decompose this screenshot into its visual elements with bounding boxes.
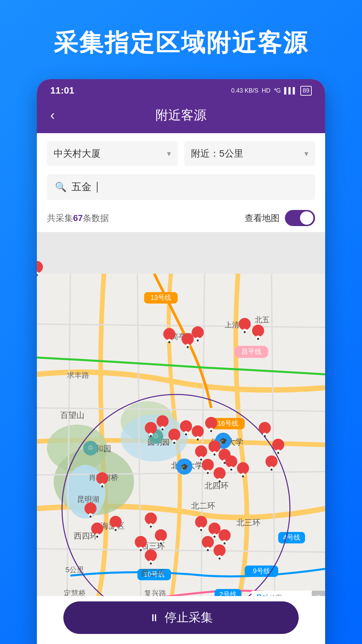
app-header: ‹ 附近客源	[37, 100, 325, 133]
svg-point-156	[202, 536, 214, 548]
svg-point-114	[272, 439, 284, 451]
svg-point-68	[244, 331, 246, 333]
svg-text:北四环: 北四环	[204, 481, 229, 490]
location-chevron-icon: ▾	[167, 149, 171, 158]
nearby-chevron-icon: ▾	[304, 149, 308, 158]
svg-point-153	[219, 529, 231, 541]
battery-indicator: 89	[300, 86, 312, 96]
svg-point-83	[185, 433, 187, 435]
speed-indicator: 0.43 KB/S	[231, 87, 258, 94]
svg-text:♲: ♲	[87, 444, 94, 451]
map-container[interactable]: 13号线 16号线 10号线 9号线 4号线 2号线 昌平线 求丰路 百望山 颐…	[37, 232, 325, 644]
svg-text:西三环: 西三环	[141, 568, 165, 577]
status-icons: 0.43 KB/S HD ⁴G ▌▌▌ 89	[231, 86, 312, 96]
svg-point-104	[219, 480, 221, 482]
main-content: 中关村大厦 ▾ 附近：5公里 ▾ 🔍 五金 共采集67条数据 查看地图	[37, 133, 325, 644]
stop-collect-button[interactable]: ⏸ 停止采集	[63, 601, 299, 634]
page-title: 采集指定区域附近客源	[40, 0, 322, 79]
svg-text:北三环: 北三环	[236, 518, 260, 527]
svg-point-152	[214, 536, 216, 538]
svg-point-57	[163, 328, 175, 340]
svg-point-140	[160, 542, 162, 544]
svg-point-155	[224, 542, 226, 544]
location-filter[interactable]: 中关村大厦 ▾	[47, 141, 178, 166]
svg-text:北五: 北五	[255, 316, 269, 324]
svg-text:16号线: 16号线	[218, 420, 238, 427]
svg-point-134	[115, 529, 117, 531]
map-svg: 13号线 16号线 10号线 9号线 4号线 2号线 昌平线 求丰路 百望山 颐…	[37, 232, 325, 644]
svg-point-132	[110, 516, 122, 528]
svg-point-129	[91, 523, 103, 535]
svg-point-131	[96, 536, 98, 538]
svg-point-84	[192, 425, 204, 437]
svg-point-80	[173, 442, 175, 444]
svg-point-117	[265, 455, 278, 468]
svg-point-144	[145, 549, 157, 561]
svg-text:9号线: 9号线	[253, 567, 270, 575]
svg-point-141	[135, 536, 147, 548]
nearby-filter[interactable]: 附近：5公里 ▾	[184, 141, 315, 166]
svg-point-63	[192, 326, 204, 338]
svg-text:🎓: 🎓	[219, 437, 228, 445]
svg-point-150	[208, 523, 221, 535]
svg-point-116	[277, 452, 279, 454]
svg-point-107	[230, 469, 232, 471]
svg-point-89	[210, 430, 212, 432]
svg-point-122	[101, 485, 103, 487]
toggle-knob	[300, 211, 313, 225]
svg-point-126	[84, 502, 97, 515]
svg-point-108	[237, 462, 249, 474]
text-cursor	[97, 182, 98, 193]
svg-point-135	[145, 513, 157, 525]
svg-point-75	[157, 415, 169, 427]
svg-point-87	[205, 417, 217, 429]
svg-text:13号线: 13号线	[150, 294, 171, 301]
svg-point-120	[96, 472, 108, 484]
svg-point-93	[208, 440, 221, 452]
svg-point-92	[200, 459, 202, 461]
svg-text:🎓: 🎓	[180, 463, 189, 471]
svg-point-158	[207, 549, 209, 551]
svg-point-105	[225, 455, 237, 468]
map-toggle-area: 查看地图	[245, 210, 315, 226]
svg-point-111	[259, 422, 271, 434]
svg-text:♲: ♲	[153, 432, 159, 440]
svg-point-62	[187, 346, 189, 348]
svg-text:昌平线: 昌平线	[241, 348, 261, 355]
svg-point-128	[89, 516, 92, 518]
svg-point-159	[214, 544, 226, 556]
svg-point-143	[140, 549, 142, 551]
svg-point-95	[214, 453, 216, 455]
svg-point-59	[168, 341, 170, 343]
svg-point-147	[195, 516, 207, 528]
svg-point-77	[162, 428, 164, 430]
svg-text:百望山: 百望山	[60, 411, 84, 420]
stop-collect-label: 停止采集	[165, 609, 213, 626]
search-input[interactable]: 五金	[71, 180, 92, 194]
stats-row: 共采集67条数据 查看地图	[37, 207, 325, 232]
map-view-label: 查看地图	[245, 212, 280, 224]
status-bar: 11:01 0.43 KB/S HD ⁴G ▌▌▌ 89	[37, 79, 325, 100]
svg-point-119	[270, 469, 273, 471]
pause-icon: ⏸	[149, 612, 159, 624]
search-icon: 🔍	[55, 181, 67, 193]
svg-point-60	[182, 333, 194, 345]
svg-point-72	[145, 422, 157, 434]
stats-text: 共采集67条数据	[47, 212, 109, 224]
svg-point-66	[239, 318, 251, 330]
location-label: 中关村大厦	[54, 147, 101, 160]
svg-point-69	[252, 325, 264, 337]
back-button[interactable]: ‹	[50, 108, 55, 123]
svg-point-137	[150, 526, 152, 528]
svg-text:北二环: 北二环	[191, 501, 215, 510]
svg-point-113	[264, 435, 266, 437]
svg-point-98	[224, 462, 226, 464]
svg-point-146	[150, 562, 152, 565]
search-bar[interactable]: 🔍 五金	[47, 174, 315, 200]
svg-point-99	[202, 459, 214, 471]
svg-point-81	[180, 420, 192, 432]
svg-point-74	[150, 435, 152, 437]
phone-frame: 11:01 0.43 KB/S HD ⁴G ▌▌▌ 89 ‹ 附近客源 中关村大…	[37, 79, 325, 644]
map-view-toggle[interactable]	[285, 210, 315, 226]
svg-point-65	[197, 339, 199, 341]
